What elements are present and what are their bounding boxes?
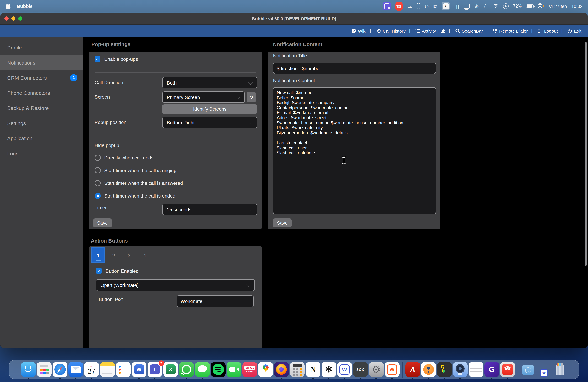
dock-mail-icon[interactable] — [68, 362, 83, 377]
button-text-input[interactable] — [177, 295, 254, 307]
radio-unselected[interactable] — [95, 180, 101, 186]
dock-spotify-icon[interactable] — [210, 362, 225, 377]
button-enabled-checkbox[interactable] — [96, 268, 102, 274]
nav-link-activity-hub[interactable]: Activity Hub — [406, 28, 445, 34]
sidebar-item-application[interactable]: Application — [0, 131, 83, 146]
text-tool-icon[interactable]: ▲ — [441, 2, 450, 10]
dock-notes-icon[interactable] — [100, 362, 115, 377]
dock-trash-icon[interactable] — [552, 362, 567, 377]
sidebar-item-phone-connectors[interactable]: Phone Connectors — [0, 85, 83, 100]
hide-popup-option[interactable]: Start timer when the call is ringing — [95, 167, 256, 173]
sidebar-item-notifications[interactable]: Notifications — [0, 55, 83, 70]
dock-workmate-blue-icon[interactable]: W — [337, 362, 352, 377]
dock-calculator-icon[interactable] — [290, 362, 304, 377]
radio-unselected[interactable] — [95, 154, 101, 161]
close-window-button[interactable] — [4, 17, 9, 21]
dock-minimized-icon[interactable]: W — [537, 362, 551, 377]
dock-safari-icon[interactable] — [52, 362, 67, 377]
dock-firefox-icon[interactable] — [274, 362, 289, 377]
nav-link-call-history[interactable]: Call History — [366, 28, 406, 34]
scrollbar-thumb[interactable] — [585, 42, 587, 266]
dock-teams-icon[interactable]: T2 — [147, 362, 162, 377]
dark-mode-icon[interactable]: ☾ — [483, 4, 488, 9]
sidebar-item-crm-connectors[interactable]: CRM Connectors1 — [0, 70, 83, 85]
dock-messages-icon[interactable] — [195, 362, 210, 377]
battery-icon[interactable] — [526, 4, 534, 8]
action-tab-3[interactable]: 3 — [122, 247, 136, 263]
action-tab-4[interactable]: 4 — [138, 247, 151, 263]
timer-select[interactable]: 15 seconds — [162, 204, 257, 215]
identify-screens-button[interactable]: Identify Screens — [162, 104, 257, 114]
notification-save-button[interactable]: Save — [273, 218, 292, 228]
dock-downloads-icon[interactable] — [521, 362, 536, 377]
nav-link-searchbar[interactable]: SearchBar — [445, 28, 483, 34]
menu-bar-time[interactable]: 10:02 — [571, 4, 583, 9]
dock-acrobat-icon[interactable]: A — [405, 362, 420, 377]
dock-excel-icon[interactable]: X — [163, 362, 178, 377]
display-icon[interactable] — [463, 4, 470, 8]
sidebar-item-label: Application — [7, 135, 33, 141]
brightness-icon[interactable]: ☀ — [474, 4, 479, 9]
dock-webcam-icon[interactable] — [453, 362, 467, 377]
call-status-icon[interactable]: ☎ — [396, 2, 403, 10]
dock-chatgpt-icon[interactable] — [321, 362, 336, 377]
menu-bar-app-name[interactable]: Bubble — [17, 4, 33, 9]
hide-popup-option[interactable]: Start timer when the call is ended — [95, 193, 256, 199]
dock-workmate-orange-icon[interactable]: W — [385, 362, 399, 377]
dock-maps-icon[interactable] — [258, 362, 273, 377]
hide-popup-option[interactable]: Start timer when the call is answered — [95, 180, 256, 186]
dock-reminders-icon[interactable] — [116, 362, 130, 377]
nav-link-wiki[interactable]: ?Wiki — [351, 28, 366, 34]
dock-passwords-icon[interactable] — [437, 362, 452, 377]
enable-popups-checkbox[interactable] — [95, 56, 100, 62]
dock-gamma-icon[interactable]: G — [484, 362, 499, 377]
radio-selected[interactable] — [95, 193, 101, 199]
dock-notion-icon[interactable]: N — [306, 362, 320, 377]
dock-3cx-icon[interactable]: 3CX — [353, 362, 368, 377]
window-titlebar[interactable]: Bubble v4.60.0 [DEVELOPMENT BUILD] — [0, 13, 588, 25]
sidebar-item-profile[interactable]: Profile — [0, 40, 83, 55]
sidebar-item-settings[interactable]: Settings — [0, 115, 83, 131]
apple-menu-icon[interactable] — [5, 3, 11, 9]
dock-textedit-icon[interactable] — [468, 362, 483, 377]
stage-manager-icon[interactable]: ◫ — [454, 4, 459, 9]
screen-select[interactable]: Primary Screen — [162, 91, 245, 103]
dock-settings-icon[interactable] — [369, 362, 384, 377]
menu-bar-date[interactable]: Vr 27 feb — [549, 4, 567, 9]
play-icon[interactable] — [503, 3, 508, 9]
blocked-icon[interactable]: ⊘ — [425, 4, 429, 9]
radio-unselected[interactable] — [95, 167, 101, 173]
call-direction-select[interactable]: Both — [162, 77, 257, 88]
notification-content-textarea[interactable]: New call: $number Beller: $name Bedrijf:… — [273, 87, 436, 214]
dock-phone-icon[interactable] — [500, 362, 515, 377]
dock-calendar-icon[interactable]: Vr27 — [84, 362, 99, 377]
remote-icon[interactable] — [417, 3, 420, 9]
sidebar-item-backup-restore[interactable]: Backup & Restore — [0, 100, 83, 115]
dock-whatsapp-icon[interactable] — [179, 362, 194, 377]
dock-openvpn-icon[interactable] — [421, 362, 436, 377]
notification-title-input[interactable] — [273, 62, 436, 74]
nav-link-exit[interactable]: Exit — [558, 28, 582, 34]
dock-launchpad-icon[interactable] — [37, 362, 51, 377]
dock-word-icon[interactable]: W — [131, 362, 146, 377]
cloud-icon[interactable]: ☁ — [407, 4, 412, 9]
minimize-window-button[interactable] — [11, 17, 16, 21]
wifi-icon[interactable] — [492, 4, 499, 9]
dock-finder-icon[interactable] — [21, 362, 36, 377]
zoom-window-button[interactable] — [18, 17, 22, 21]
popup-position-select[interactable]: Bottom Right — [162, 117, 257, 128]
dock-facetime-icon[interactable] — [227, 362, 241, 377]
dock-klikaanklikuit-icon[interactable]: KlikAanKlikUit — [242, 362, 257, 377]
sidebar-item-logs[interactable]: Logs — [0, 146, 83, 161]
button-action-select[interactable]: Open (Workmate) — [96, 279, 255, 291]
nav-link-logout[interactable]: Logout — [528, 28, 558, 34]
screen-mirroring-icon[interactable] — [383, 2, 391, 10]
action-tab-2[interactable]: 2 — [107, 247, 120, 263]
sidecar-icon[interactable]: ⧉ — [433, 4, 437, 9]
nav-link-remote-dialer[interactable]: Remote Dialer — [483, 28, 528, 34]
user-switcher-icon[interactable] — [538, 3, 544, 9]
hide-popup-option[interactable]: Directly when call ends — [95, 154, 256, 161]
action-tab-1[interactable]: 1 — [91, 247, 105, 263]
popup-save-button[interactable]: Save — [93, 218, 112, 228]
refresh-screens-button[interactable]: ↺ — [247, 92, 256, 102]
